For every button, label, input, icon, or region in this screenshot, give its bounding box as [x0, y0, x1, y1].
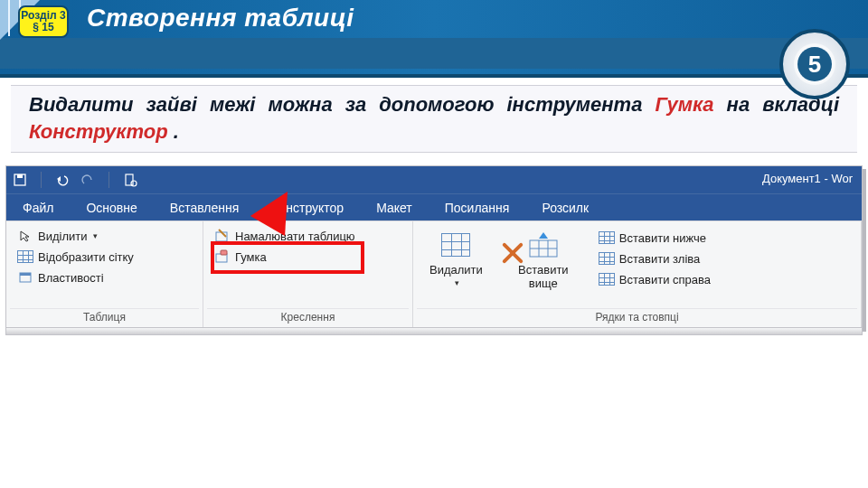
chevron-down-icon: ▾	[455, 278, 459, 287]
delete-button[interactable]: Видалити ▾	[422, 227, 490, 289]
expl-part3: .	[174, 120, 179, 143]
svg-rect-9	[20, 273, 31, 276]
tab-layout[interactable]: Макет	[360, 195, 429, 221]
cursor-icon	[17, 228, 33, 244]
properties-label: Властивості	[38, 271, 104, 285]
group-rows-columns: Видалити ▾ Вставити вище Вставити нижче	[413, 221, 862, 327]
grid-icon	[17, 249, 33, 265]
word-ribbon: Документ1 - Wor Файл Основне Вставлення …	[5, 165, 863, 328]
insert-right-label: Вставити справа	[619, 273, 711, 286]
group-drawing-label: Креслення	[207, 308, 409, 327]
ribbon-shadow	[5, 328, 863, 335]
insert-right-icon	[599, 271, 615, 287]
insert-below-label: Вставити нижче	[619, 231, 706, 245]
insert-above-icon	[527, 229, 560, 261]
separator	[41, 172, 42, 188]
delete-grid-icon	[439, 229, 472, 261]
svg-line-11	[219, 230, 226, 237]
delete-label: Видалити	[429, 263, 483, 277]
tab-mailings[interactable]: Розсилк	[525, 195, 605, 221]
undo-icon[interactable]	[54, 172, 71, 188]
grade-badge: 5	[779, 29, 850, 99]
group-rows-label: Рядки та стовпці	[417, 308, 857, 327]
x-mark-icon	[500, 241, 525, 267]
redo-icon[interactable]	[80, 172, 96, 188]
svg-marker-18	[539, 232, 548, 239]
new-doc-icon[interactable]	[122, 172, 138, 188]
insert-left-button[interactable]: Вставити зліва	[597, 249, 712, 267]
quick-access-toolbar: Документ1 - Wor	[6, 166, 862, 193]
expl-part1: Видалити зайві межі можна за допомогою і…	[29, 93, 655, 116]
svg-rect-6	[126, 174, 133, 185]
insert-right-button[interactable]: Вставити справа	[597, 270, 712, 288]
section-badge: Розділ 3 § 15	[18, 5, 69, 38]
expl-highlight-tool: Гумка	[655, 93, 713, 116]
eraser-label: Гумка	[235, 250, 267, 264]
ribbon-commands: Виділити ▾ Відобразити сітку Властивості	[6, 221, 862, 327]
select-label: Виділити	[38, 230, 87, 243]
page-title: Створення таблиці	[87, 4, 354, 33]
insert-above-label1: Вставити вище	[514, 263, 573, 290]
pencil-grid-icon	[214, 228, 231, 244]
properties-icon	[17, 269, 33, 286]
eraser-button[interactable]: Гумка	[212, 248, 357, 266]
svg-point-7	[131, 181, 137, 186]
properties-button[interactable]: Властивості	[15, 268, 136, 286]
svg-rect-4	[17, 174, 23, 178]
explanation-text: Видалити зайві межі можна за допомогою і…	[11, 85, 857, 153]
draw-table-label: Намалювати таблицю	[235, 230, 355, 243]
insert-left-icon	[599, 250, 615, 267]
select-button[interactable]: Виділити ▾	[15, 227, 136, 245]
show-grid-label: Відобразити сітку	[38, 250, 134, 264]
show-grid-button[interactable]: Відобразити сітку	[15, 248, 136, 266]
chevron-down-icon: ▾	[93, 231, 98, 240]
svg-rect-13	[221, 250, 227, 255]
grade-number: 5	[797, 47, 832, 81]
group-table: Виділити ▾ Відобразити сітку Властивості	[6, 221, 203, 327]
tab-file[interactable]: Файл	[6, 195, 70, 221]
ribbon-tabs: Файл Основне Вставлення Конструктор Маке…	[6, 193, 862, 221]
section-label-bottom: § 15	[20, 22, 67, 33]
save-icon[interactable]	[12, 172, 28, 188]
insert-below-icon	[599, 230, 615, 246]
tab-references[interactable]: Посилання	[429, 195, 526, 221]
slide-header: Розділ 3 § 15 Створення таблиці 5	[0, 0, 868, 78]
tab-home[interactable]: Основне	[70, 195, 153, 221]
expl-highlight-tab: Конструктор	[29, 120, 168, 143]
group-drawing: Намалювати таблицю Гумка Креслення	[203, 221, 413, 327]
insert-below-button[interactable]: Вставити нижче	[597, 229, 712, 247]
insert-left-label: Вставити зліва	[619, 252, 700, 266]
eraser-icon	[214, 249, 231, 265]
separator	[108, 172, 109, 188]
tab-insert[interactable]: Вставлення	[154, 195, 256, 221]
group-table-label: Таблиця	[10, 308, 199, 327]
document-title: Документ1 - Wor	[762, 172, 853, 185]
